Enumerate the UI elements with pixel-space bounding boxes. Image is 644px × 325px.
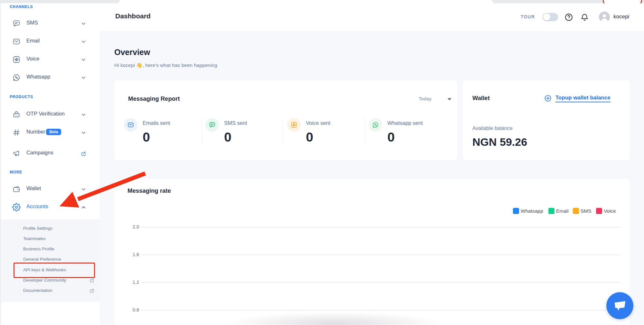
sidebar-item-label: OTP Verification [26,111,65,117]
campaigns-megaphone-icon [12,149,21,158]
username[interactable]: kocepi [613,14,629,20]
stat-label: Whatsapp sent [387,120,423,126]
topup-wallet-link[interactable]: Topup wallet balance [555,95,611,102]
legend-label: SMS [581,208,592,214]
otp-lock-icon [12,110,21,119]
sidebar-item-label: Campaigns [26,150,53,156]
sidebar-item-label: Voice [26,56,39,62]
beta-badge: Beta [46,129,61,135]
external-link-icon [80,151,87,157]
browser-tab [118,0,493,3]
legend-label: Whatsapp [521,208,543,214]
sidebar-item-campaigns[interactable]: Campaigns [0,144,100,162]
available-balance-value: NGN 59.26 [472,136,527,148]
sidebar-item-label: Email [26,38,40,44]
overview-title: Overview [114,48,150,57]
voice-icon [12,55,21,64]
sidebar-section-products: PRODUCTS [10,95,33,99]
gridline [141,282,620,283]
sidebar-item-email[interactable]: Email [0,32,100,51]
chevron-down-icon [80,112,87,118]
stat-label: SMS sent [224,120,247,126]
sidebar-item-sms[interactable]: SMS [0,14,100,32]
sidebar-item-voice[interactable]: Voice [0,51,100,69]
header [100,3,644,31]
help-icon[interactable] [564,13,573,22]
messaging-report-card: Messaging Report Today Emails sent 0 SMS… [114,80,457,160]
submenu-item-profile-settings[interactable]: Profile Settings [23,225,52,232]
sidebar: CHANNELS SMS Email Voice Whatsapp PRODUC… [0,3,100,325]
plus-circle-icon [544,95,552,102]
sidebar-item-number[interactable]: Number Beta [0,124,100,142]
gridline [141,310,620,311]
chevron-up-icon [80,204,87,210]
caret-down-icon [448,98,451,100]
chart-bottom-shadow [225,312,444,325]
external-link-icon [89,288,95,293]
sidebar-item-label: Whatsapp [26,74,50,80]
sidebar-item-label: SMS [26,20,38,26]
submenu-item-teammates[interactable]: Teammates [23,235,46,243]
sidebar-section-more: MORE [10,170,22,174]
sidebar-item-whatsapp[interactable]: Whatsapp [0,69,100,87]
sms-sent-icon [205,118,219,132]
whatsapp-sent-icon [369,118,382,132]
legend-item-whatsapp: Whatsapp [513,208,543,214]
period-dropdown[interactable]: Today [419,96,431,101]
legend-label: Email [556,208,569,214]
legend-swatch-email [548,208,554,214]
stat-value: 0 [143,130,150,145]
tour-label: TOUR [521,14,535,19]
gridline [141,227,620,228]
bell-icon[interactable] [580,13,589,22]
accounts-submenu: Profile Settings Teammates Business Prof… [0,219,100,302]
chevron-down-icon [80,75,87,81]
page-title: Dashboard [115,12,151,20]
wallet-title: Wallet [472,95,490,102]
messaging-rate-title: Messaging rate [128,187,171,194]
chat-fab[interactable] [606,292,633,319]
y-tick: 1.6 [126,252,139,257]
y-tick: 1.2 [126,280,139,285]
submenu-item-business-profile[interactable]: Business Profile [23,245,54,253]
sidebar-item-label: Wallet [26,185,41,191]
external-link-icon [89,278,95,283]
wallet-card: Wallet Topup wallet balance Available ba… [463,80,630,160]
sidebar-item-accounts[interactable]: Accounts [0,198,100,216]
legend-label: Voice [604,208,616,214]
y-tick: 0.8 [126,307,139,312]
red-highlight-box-api-keys [14,263,95,278]
toggle-knob [543,14,550,21]
chevron-down-icon [80,186,87,192]
avatar[interactable] [599,12,610,23]
legend-swatch-voice [596,208,602,214]
sms-icon [12,19,21,28]
chevron-down-icon [80,130,87,136]
legend-swatch-sms [573,208,579,214]
chevron-down-icon [80,57,87,63]
sidebar-item-label: Accounts [26,203,48,209]
sidebar-item-otp-verification[interactable]: OTP Verification [0,106,100,124]
sidebar-section-channels: CHANNELS [10,5,33,9]
stat-value: 0 [306,130,313,145]
hash-icon [12,128,21,137]
stat-divider [365,116,365,144]
chevron-down-icon [80,39,87,45]
voice-sent-icon [287,118,301,132]
legend-item-voice: Voice [596,208,616,214]
stat-divider [202,116,202,144]
submenu-item-documentation[interactable]: Documentation [23,287,52,294]
window-edge [0,3,1,325]
y-tick: 2.0 [126,224,139,229]
sidebar-item-wallet[interactable]: Wallet [0,180,100,198]
legend-swatch-whatsapp [513,208,519,214]
stat-value: 0 [387,130,395,145]
legend-item-sms: SMS [573,208,592,214]
messaging-rate-card: Messaging rate Whatsapp Email SMS Voice [114,179,630,325]
tour-toggle[interactable] [543,13,558,21]
chevron-down-icon [80,21,87,27]
submenu-item-general-preference[interactable]: General Preference [23,255,61,263]
wallet-icon [12,185,21,193]
stat-value: 0 [224,130,232,145]
email-icon [12,37,21,46]
